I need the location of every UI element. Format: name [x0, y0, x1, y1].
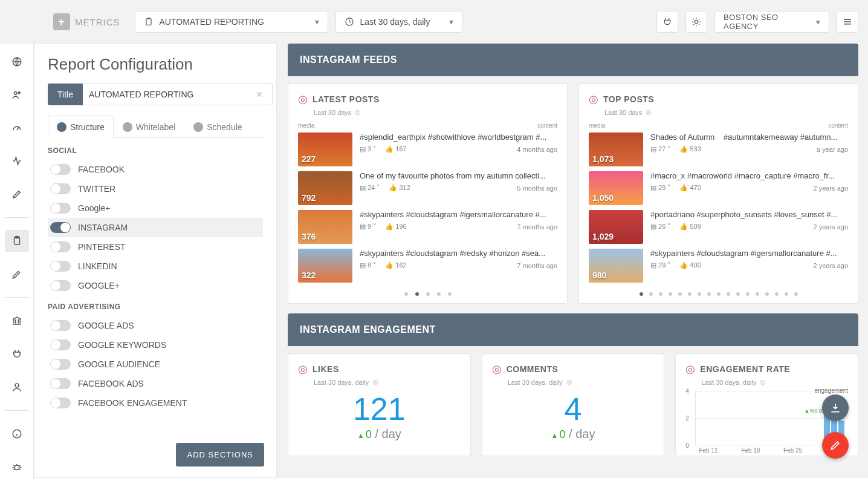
comments-count: ▤ 8 ˅ [360, 261, 377, 269]
metrics-button: + METRICS [46, 11, 128, 33]
post-age: 2 years ago [814, 262, 848, 269]
latest-posts-title: LATEST POSTS [313, 94, 380, 104]
agency-label: BOSTON SEO AGENCY [724, 13, 810, 31]
menu-button[interactable] [837, 11, 858, 33]
config-heading: Report Configuration [48, 55, 263, 74]
clear-title-icon[interactable]: ✕ [256, 90, 263, 99]
top-pagination[interactable] [589, 287, 848, 297]
social-toggle-google-[interactable]: GOOGLE+ [48, 276, 263, 295]
top-posts-card: ◎ TOP POSTS Last 30 days◎ mediacontent 1… [578, 83, 858, 304]
comments-count: ▤ 24 ˅ [360, 184, 380, 192]
toggle-label: Google+ [78, 203, 110, 213]
rail-edit[interactable] [5, 183, 29, 205]
toggle-switch [50, 359, 71, 370]
toggle-switch [50, 320, 71, 331]
instagram-icon: ◎ [685, 362, 695, 376]
rail-bug[interactable] [5, 456, 29, 478]
chevron-down-icon: ▾ [315, 17, 319, 27]
social-toggle-pinterest[interactable]: PINTEREST [48, 237, 263, 257]
comments-count: ▤ 27 ˅ [650, 145, 671, 153]
agency-dropdown[interactable]: BOSTON SEO AGENCY ▾ [714, 11, 829, 33]
rail-bank[interactable] [5, 310, 29, 332]
rail-plug[interactable] [5, 343, 29, 365]
post-age: 4 months ago [517, 146, 557, 153]
post-row[interactable]: 1,050#macro_x #macroworld #macro_capture… [589, 171, 848, 205]
post-text: #macro_x #macroworld #macro_capture #mac… [650, 171, 848, 180]
target-icon: ◎ [760, 378, 766, 386]
rail-users[interactable] [5, 84, 29, 106]
info-icon [11, 428, 22, 439]
paid-toggle-google-keywords[interactable]: GOOGLE KEYWORDS [48, 335, 263, 355]
engagement-section-header: INSTAGRAM ENGAGEMENT [288, 313, 858, 346]
post-age: 7 months ago [517, 223, 557, 231]
title-input[interactable] [83, 83, 273, 105]
post-row[interactable]: 227#splendid_earthpix #shotwithlove #wor… [298, 133, 557, 166]
post-row[interactable]: 322#skypainters #cloudstagram #redsky #h… [298, 249, 557, 283]
section-paid-heading: PAID ADVERTISING [48, 303, 263, 311]
rail-reports[interactable] [5, 230, 29, 252]
rail-draw[interactable] [5, 263, 29, 286]
rail-globe[interactable] [5, 51, 29, 73]
rail-account[interactable] [5, 376, 29, 398]
post-row[interactable]: 1,073Shades of Autumn #autumntakemeaway … [589, 133, 848, 166]
pencil-icon [11, 189, 22, 200]
social-toggle-facebook[interactable]: FACEBOOK [48, 160, 263, 179]
post-age: a year ago [817, 146, 848, 153]
rail-info[interactable] [5, 423, 29, 445]
edit-fab[interactable] [822, 432, 849, 459]
metrics-label: METRICS [75, 17, 120, 27]
post-text: #splendid_earthpix #shotwithlove #worldb… [360, 133, 557, 142]
paid-toggle-google-ads[interactable]: GOOGLE ADS [48, 316, 263, 335]
toggle-label: GOOGLE KEYWORDS [78, 340, 166, 350]
post-row[interactable]: 376#skypainters #cloudstagram #igersmall… [298, 210, 557, 244]
title-row: Title ✕ [48, 83, 263, 105]
add-sections-button[interactable]: ADD SECTIONS [176, 443, 264, 467]
chevron-down-icon: ▾ [816, 18, 821, 27]
toggle-label: GOOGLE AUDIENCE [78, 359, 160, 369]
social-toggle-instagram[interactable]: INSTAGRAM [48, 218, 263, 237]
social-toggle-google-[interactable]: Google+ [48, 198, 263, 218]
paid-toggle-facebook-ads[interactable]: FACEBOOK ADS [48, 374, 263, 393]
likes-count: 👍 162 [385, 261, 406, 269]
svg-rect-8 [15, 237, 18, 238]
post-thumbnail: 227 [298, 133, 352, 166]
comments-count: ▤ 9 ˅ [360, 223, 377, 231]
paid-toggle-facebook-engagement[interactable]: FACEBOOK ENGAGEMENT [48, 393, 263, 413]
rail-speed[interactable] [5, 117, 29, 139]
post-row[interactable]: 980#skypainters #cloudstagram #igersmall… [589, 249, 848, 283]
latest-pagination[interactable] [298, 287, 557, 297]
structure-icon [57, 122, 66, 132]
comments-card: ◎COMMENTS Last 30 days, daily◎ 4 0 / day [482, 353, 665, 456]
social-toggle-linkedin[interactable]: LINKEDIN [48, 257, 263, 276]
download-icon [829, 402, 841, 414]
post-thumbnail: 376 [298, 210, 352, 244]
instagram-icon: ◎ [589, 93, 598, 106]
social-toggle-twitter[interactable]: TWITTER [48, 179, 263, 198]
date-dropdown[interactable]: Last 30 days, daily ▾ [335, 11, 462, 33]
comments-count: ▤ 29 ˅ [650, 184, 671, 192]
post-row[interactable]: 1,029#portadriano #superphoto_sunsets #l… [589, 210, 848, 244]
rail-activity[interactable] [5, 150, 29, 172]
plug-icon [11, 349, 22, 359]
tab-whitelabel[interactable]: Whitelabel [114, 116, 184, 138]
target-icon: ◎ [355, 108, 361, 116]
integrations-button[interactable] [656, 11, 678, 33]
sun-icon [691, 17, 701, 27]
tab-structure[interactable]: Structure [48, 116, 114, 138]
paid-toggle-google-audience[interactable]: GOOGLE AUDIENCE [48, 355, 263, 374]
post-text: One of my favourite photos from my autum… [360, 171, 557, 180]
tab-schedule[interactable]: Schedule [184, 116, 251, 138]
theme-button[interactable] [685, 11, 707, 33]
toggle-switch [50, 222, 71, 233]
toggle-switch [50, 164, 71, 175]
post-text: #skypainters #cloudstagram #igersmallorc… [650, 249, 848, 258]
post-row[interactable]: 792One of my favourite photos from my au… [298, 171, 557, 205]
post-age: 2 years ago [814, 223, 848, 231]
download-fab[interactable] [822, 395, 849, 421]
latest-posts-card: ◎ LATEST POSTS Last 30 days◎ mediaconten… [288, 83, 568, 304]
toggle-label: LINKEDIN [78, 261, 117, 271]
svg-point-9 [15, 384, 19, 387]
svg-point-3 [695, 20, 698, 23]
post-text: #portadriano #superphoto_sunsets #loves_… [650, 210, 848, 219]
report-dropdown[interactable]: AUTOMATED REPORTING ▾ [135, 11, 328, 33]
